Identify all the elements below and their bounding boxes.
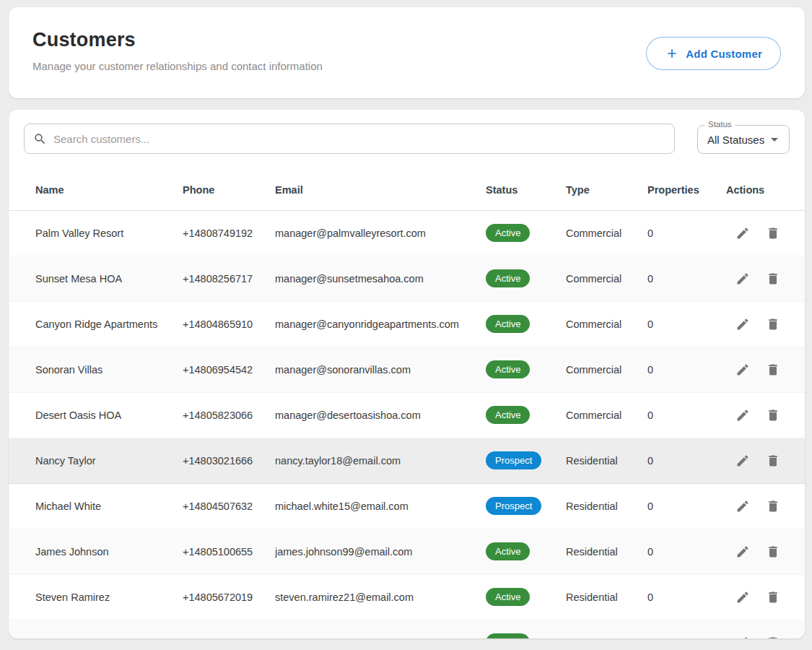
page-title: Customers (32, 29, 323, 51)
customer-name: Sunset Mesa HOA (9, 256, 183, 301)
customer-status: Prospect (486, 438, 566, 483)
customer-properties: 0 (647, 438, 726, 483)
customer-phone: +14804507632 (183, 483, 275, 529)
customer-email: michael.white15@email.com (275, 483, 486, 529)
delete-icon (766, 454, 780, 468)
delete-button[interactable] (761, 585, 785, 610)
edit-button[interactable] (730, 358, 755, 382)
add-customer-button[interactable]: Add Customer (646, 37, 781, 70)
customer-phone: +14808256717 (183, 256, 275, 301)
customer-type: Commercial (566, 347, 647, 392)
customer-actions (726, 438, 805, 483)
delete-button[interactable] (761, 448, 785, 473)
customer-email: manager@palmvalleyresort.com (275, 210, 486, 256)
column-header-email: Email (275, 170, 486, 210)
customer-status: Active (486, 574, 566, 620)
delete-button[interactable] (761, 403, 785, 428)
customer-email: manager@canyonridgeapartments.com (275, 301, 486, 347)
customer-phone: +14806954542 (183, 347, 275, 392)
edit-icon (735, 226, 750, 240)
edit-icon (735, 272, 750, 286)
add-customer-label: Add Customer (686, 48, 762, 60)
status-badge: Active (486, 224, 530, 242)
table-row: Nancy Sanders +14803385934 nancy.sanders… (9, 620, 805, 638)
column-header-properties: Properties (647, 170, 726, 210)
customer-name: Desert Oasis HOA (9, 392, 183, 438)
customer-phone: +14805100655 (183, 529, 275, 574)
customers-table: Name Phone Email Status Type Properties … (9, 170, 805, 638)
search-input[interactable] (53, 133, 665, 145)
edit-button[interactable] (730, 494, 755, 519)
customer-type: Commercial (566, 256, 647, 301)
delete-button[interactable] (761, 358, 785, 382)
customer-actions (726, 529, 805, 574)
column-header-status: Status (486, 170, 566, 210)
edit-button[interactable] (730, 221, 755, 246)
search-box[interactable] (24, 124, 675, 154)
customer-phone: +14808749192 (183, 210, 275, 256)
edit-button[interactable] (730, 585, 755, 610)
column-header-type: Type (566, 170, 647, 210)
customer-properties: 0 (647, 301, 726, 347)
delete-button[interactable] (761, 221, 785, 246)
page-subtitle: Manage your customer relationships and c… (32, 60, 323, 72)
delete-button[interactable] (761, 266, 785, 291)
edit-button[interactable] (730, 540, 755, 564)
customer-phone: +14805672019 (183, 574, 275, 620)
delete-button[interactable] (761, 540, 785, 564)
table-row: Nancy Taylor +14803021666 nancy.taylor18… (9, 438, 805, 483)
edit-button[interactable] (730, 448, 755, 473)
customer-name: Canyon Ridge Apartments (9, 301, 183, 347)
customer-phone: +14803021666 (183, 438, 275, 483)
delete-icon (766, 545, 780, 559)
customer-name: Michael White (9, 483, 183, 529)
customer-actions (726, 347, 805, 392)
edit-icon (735, 499, 750, 514)
customer-type: Residential (566, 529, 647, 574)
customer-actions (726, 620, 805, 638)
edit-button[interactable] (730, 266, 755, 291)
status-badge: Active (486, 360, 530, 378)
edit-button[interactable] (730, 630, 755, 639)
edit-button[interactable] (730, 403, 755, 428)
customer-actions (726, 256, 805, 301)
search-icon (33, 132, 47, 146)
status-badge: Active (486, 269, 530, 287)
customer-status: Prospect (486, 483, 566, 529)
edit-button[interactable] (730, 312, 755, 337)
customer-status: Active (486, 301, 566, 347)
page-header-text: Customers Manage your customer relations… (32, 29, 323, 72)
customer-status: Active (486, 392, 566, 438)
customer-actions (726, 574, 805, 620)
customer-email: james.johnson99@email.com (275, 529, 486, 574)
customer-name: Sonoran Villas (9, 347, 183, 392)
status-badge: Active (486, 542, 530, 560)
delete-button[interactable] (761, 494, 785, 519)
customers-table-card: Status All Statuses Name Phone Email Sta… (9, 110, 805, 638)
customer-name: Nancy Sanders (9, 620, 183, 638)
table-row: Canyon Ridge Apartments +14804865910 man… (9, 301, 805, 347)
delete-button[interactable] (761, 630, 785, 639)
table-row: James Johnson +14805100655 james.johnson… (9, 529, 805, 574)
delete-icon (766, 226, 780, 240)
status-filter-label: Status (704, 120, 735, 129)
customer-email: steven.ramirez21@email.com (275, 574, 486, 620)
edit-icon (735, 545, 750, 559)
customer-name: Nancy Taylor (9, 438, 183, 483)
delete-icon (766, 272, 780, 286)
table-toolbar: Status All Statuses (9, 110, 805, 170)
edit-icon (735, 454, 750, 468)
status-filter-select[interactable]: Status All Statuses (697, 125, 790, 154)
customer-name: Steven Ramirez (9, 574, 183, 620)
table-row: Desert Oasis HOA +14805823066 manager@de… (9, 392, 805, 438)
customer-actions (726, 483, 805, 529)
delete-button[interactable] (761, 312, 785, 337)
status-badge: Active (486, 315, 530, 333)
customer-status: Active (486, 529, 566, 574)
customer-properties: 0 (647, 529, 726, 574)
delete-icon (766, 590, 780, 604)
page-header-card: Customers Manage your customer relations… (9, 7, 805, 98)
edit-icon (735, 317, 750, 332)
status-filter-value: All Statuses (707, 134, 764, 146)
customer-properties: 0 (647, 574, 726, 620)
